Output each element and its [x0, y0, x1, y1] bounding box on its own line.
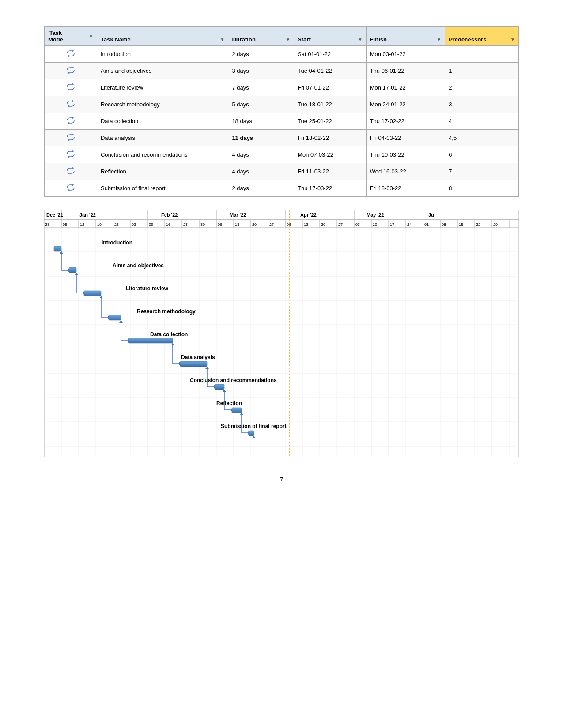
- col-duration-dropdown[interactable]: ▼: [286, 37, 290, 42]
- col-finish-label: Finish: [370, 36, 387, 43]
- cell-mode: [45, 180, 97, 197]
- cell-predecessors: 7: [445, 163, 519, 180]
- svg-text:02: 02: [132, 222, 136, 227]
- cell-start: Thu 17-03-22: [294, 180, 367, 197]
- cell-finish: Thu 10-03-22: [366, 146, 445, 163]
- svg-text:10: 10: [373, 222, 377, 227]
- task-mode-icon: [66, 100, 76, 108]
- cell-mode: [45, 130, 97, 146]
- svg-text:24: 24: [407, 222, 412, 227]
- cell-finish: Wed 16-03-22: [366, 163, 445, 180]
- table-row: Conclusion and recommendations4 daysMon …: [45, 146, 519, 163]
- svg-text:13: 13: [304, 222, 308, 227]
- gantt-svg: Dec '21 Jan '22 Feb '22 Mar '22 Apr '22 …: [44, 210, 519, 457]
- svg-text:Literature review: Literature review: [126, 285, 169, 292]
- cell-predecessors: 2: [445, 79, 519, 96]
- cell-predecessors: 6: [445, 146, 519, 163]
- svg-text:12: 12: [80, 222, 84, 227]
- cell-predecessors: 1: [445, 63, 519, 79]
- cell-duration: 2 days: [228, 180, 294, 197]
- cell-finish: Thu 06-01-22: [366, 63, 445, 79]
- task-mode-icon: [66, 150, 76, 158]
- col-finish-dropdown[interactable]: ▼: [437, 37, 441, 42]
- task-mode-icon: [66, 116, 76, 124]
- svg-rect-126: [84, 291, 101, 296]
- svg-text:Data collection: Data collection: [150, 331, 188, 338]
- svg-text:Mar '22: Mar '22: [230, 212, 246, 218]
- svg-text:15: 15: [459, 222, 463, 227]
- cell-duration: 2 days: [228, 46, 294, 63]
- svg-text:29: 29: [493, 222, 498, 227]
- task-mode-icon: [66, 167, 76, 175]
- page: TaskMode ▼ Task Name ▼ Duration ▼: [0, 0, 563, 728]
- cell-start: Tue 25-01-22: [294, 113, 367, 130]
- cell-start: Fri 18-02-22: [294, 130, 367, 146]
- svg-rect-116: [54, 246, 61, 251]
- col-start-dropdown[interactable]: ▼: [358, 37, 363, 42]
- col-header-taskname[interactable]: Task Name ▼: [97, 27, 228, 46]
- cell-mode: [45, 46, 97, 63]
- task-mode-icon: [66, 83, 76, 91]
- svg-text:27: 27: [269, 222, 274, 227]
- svg-text:30: 30: [200, 222, 205, 227]
- svg-text:08: 08: [442, 222, 446, 227]
- cell-predecessors: 8: [445, 180, 519, 197]
- col-predecessors-dropdown[interactable]: ▼: [510, 37, 515, 42]
- cell-mode: [45, 113, 97, 130]
- svg-text:Conclusion and recommendations: Conclusion and recommendations: [190, 377, 277, 383]
- cell-start: Mon 07-03-22: [294, 146, 367, 163]
- col-taskname-dropdown[interactable]: ▼: [220, 37, 224, 42]
- cell-duration: 7 days: [228, 79, 294, 96]
- svg-text:06: 06: [218, 222, 222, 227]
- col-start-label: Start: [298, 36, 311, 43]
- col-mode-dropdown[interactable]: ▼: [89, 34, 93, 39]
- cell-task-name: Submission of final report: [97, 180, 228, 197]
- cell-task-name: Introduction: [97, 46, 228, 63]
- cell-duration: 3 days: [228, 63, 294, 79]
- cell-task-name: Literature review: [97, 79, 228, 96]
- cell-mode: [45, 163, 97, 180]
- col-predecessors-label: Predecessors: [449, 36, 486, 43]
- cell-start: Sat 01-01-22: [294, 46, 367, 63]
- cell-predecessors: 4,5: [445, 130, 519, 146]
- cell-duration: 4 days: [228, 146, 294, 163]
- col-header-duration[interactable]: Duration ▼: [228, 27, 294, 46]
- svg-text:20: 20: [252, 222, 257, 227]
- svg-text:Dec '21: Dec '21: [46, 212, 63, 218]
- cell-finish: Mon 17-01-22: [366, 79, 445, 96]
- col-duration-label: Duration: [232, 36, 255, 43]
- cell-start: Tue 04-01-22: [294, 63, 367, 79]
- svg-rect-1: [44, 210, 519, 220]
- cell-mode: [45, 146, 97, 163]
- cell-predecessors: [445, 46, 519, 63]
- svg-text:16: 16: [166, 222, 170, 227]
- col-header-finish[interactable]: Finish ▼: [366, 27, 445, 46]
- svg-rect-131: [109, 315, 121, 320]
- svg-text:27: 27: [338, 222, 343, 227]
- svg-text:28: 28: [45, 222, 49, 227]
- task-mode-icon: [66, 133, 76, 141]
- col-header-start[interactable]: Start ▼: [294, 27, 367, 46]
- cell-task-name: Reflection: [97, 163, 228, 180]
- table-row: Data analysis11 daysFri 18-02-22Fri 04-0…: [45, 130, 519, 146]
- svg-rect-141: [180, 361, 207, 367]
- svg-rect-0: [44, 210, 519, 457]
- cell-start: Fri 11-03-22: [294, 163, 367, 180]
- col-header-predecessors[interactable]: Predecessors ▼: [445, 27, 519, 46]
- svg-text:01: 01: [424, 222, 429, 227]
- svg-rect-156: [249, 431, 254, 436]
- cell-finish: Fri 18-03-22: [366, 180, 445, 197]
- cell-finish: Thu 17-02-22: [366, 113, 445, 130]
- svg-text:Jan '22: Jan '22: [79, 212, 96, 218]
- svg-text:Introduction: Introduction: [102, 240, 132, 246]
- svg-text:Data analysis: Data analysis: [181, 354, 215, 360]
- svg-text:19: 19: [97, 222, 102, 227]
- cell-finish: Fri 04-03-22: [366, 130, 445, 146]
- col-header-mode[interactable]: TaskMode ▼: [45, 27, 97, 46]
- svg-text:23: 23: [183, 222, 188, 227]
- gantt-table: TaskMode ▼ Task Name ▼ Duration ▼: [44, 26, 519, 197]
- svg-text:Research methodology: Research methodology: [137, 308, 196, 315]
- cell-mode: [45, 96, 97, 113]
- svg-text:05: 05: [63, 222, 67, 227]
- cell-mode: [45, 79, 97, 96]
